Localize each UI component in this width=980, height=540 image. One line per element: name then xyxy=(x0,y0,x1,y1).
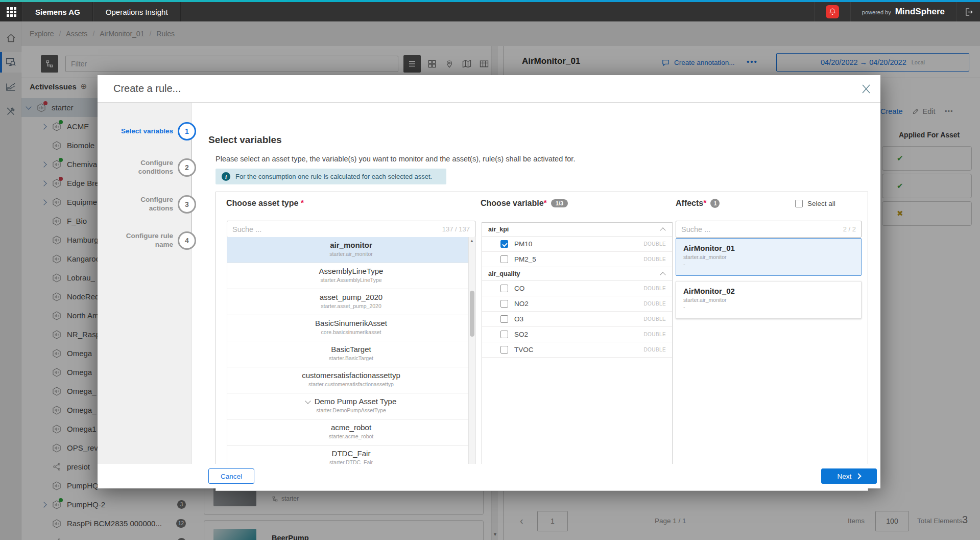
modal-footer: Cancel Next xyxy=(98,464,880,488)
modal-header: Create a rule... xyxy=(98,75,880,103)
variable-datatype: DOUBLE xyxy=(643,256,666,262)
variable-datatype: DOUBLE xyxy=(643,301,666,307)
asset-type-search: 137 / 137 xyxy=(227,221,475,238)
step-label[interactable]: Configure actions xyxy=(116,193,173,216)
affects-search-count: 2 / 2 xyxy=(843,225,856,233)
asset-type-scrollbar[interactable]: ▲ ▼ xyxy=(468,237,475,477)
step-number[interactable]: 3 xyxy=(178,195,196,214)
logout-icon[interactable] xyxy=(957,7,980,17)
asset-type-option[interactable]: asset_pump_2020 starter.asset_pump_2020 xyxy=(227,289,475,315)
info-icon: i xyxy=(222,172,230,181)
variable-datatype: DOUBLE xyxy=(643,316,666,322)
asset-type-option[interactable]: AssemblyLineType starter.AssemblyLineTyp… xyxy=(227,263,475,289)
create-rule-modal: Create a rule... Select variables 1 Conf… xyxy=(98,75,880,488)
collapse-chevron-icon[interactable] xyxy=(661,271,666,276)
next-button[interactable]: Next xyxy=(821,468,877,484)
top-bar: Siemens AG Operations Insight powered by… xyxy=(0,2,980,21)
affects-column-label: Affects* 1 xyxy=(676,199,720,208)
topbar-separator xyxy=(814,2,815,21)
affects-count-badge: 1 xyxy=(710,199,720,208)
variable-option[interactable]: PM2_5 DOUBLE xyxy=(482,252,672,267)
affected-asset-option[interactable]: AirMonitor_01 starter.air_monitor - xyxy=(676,238,862,276)
asset-type-id: core.basicsinumerikasset xyxy=(227,329,475,335)
variable-list: air_kpi PM10 DOUBLE PM2_5 DOUBLE air_qua… xyxy=(482,222,673,477)
screen: Explore / Assets / AirMonitor_01 / Rules… xyxy=(0,0,980,540)
step-description: Please select an asset type, the variabl… xyxy=(216,155,575,163)
brand-color-strip xyxy=(0,0,980,2)
powered-by-label: powered by xyxy=(862,9,891,15)
variable-option[interactable]: O3 DOUBLE xyxy=(482,312,672,327)
app-name-tab[interactable]: Operations Insight xyxy=(93,2,181,21)
affects-search-input[interactable] xyxy=(676,221,861,237)
step-number[interactable]: 4 xyxy=(178,231,196,250)
modal-body: Select variables Please select an asset … xyxy=(192,103,880,464)
variable-datatype: DOUBLE xyxy=(643,286,666,291)
notifications-button[interactable] xyxy=(826,5,839,18)
scroll-up-icon[interactable]: ▲ xyxy=(469,239,475,243)
asset-type-id: starter.BasicTarget xyxy=(227,355,475,361)
variable-option[interactable]: PM10 DOUBLE xyxy=(482,237,672,252)
variable-option[interactable]: CO DOUBLE xyxy=(482,281,672,296)
checkbox-icon[interactable] xyxy=(500,285,508,292)
variable-datatype: DOUBLE xyxy=(643,347,666,353)
close-icon[interactable] xyxy=(860,83,872,95)
variable-name: PM10 xyxy=(514,240,532,248)
select-all-checkbox[interactable]: Select all xyxy=(795,200,835,207)
step-label[interactable]: Configure conditions xyxy=(116,156,173,179)
affects-search: 2 / 2 xyxy=(676,221,862,238)
variable-option[interactable]: SO2 DOUBLE xyxy=(482,327,672,342)
step-number[interactable]: 1 xyxy=(178,122,196,140)
variable-name: SO2 xyxy=(514,331,528,338)
step-number[interactable]: 2 xyxy=(178,158,196,177)
step-heading: Select variables xyxy=(208,134,282,146)
asset-type-id: starter.acme_robot xyxy=(227,433,475,439)
variable-name: TVOC xyxy=(514,346,534,354)
asset-type-id: starter.air_monitor xyxy=(227,251,475,257)
asset-type-id: starter.customersatisfactionassettyp xyxy=(227,381,475,387)
step-label[interactable]: Select variables xyxy=(116,120,173,143)
cancel-button[interactable]: Cancel xyxy=(208,468,254,484)
asset-type-id: starter.AssemblyLineType xyxy=(227,277,475,283)
asset-type-option[interactable]: BasicTarget starter.BasicTarget xyxy=(227,341,475,367)
variable-group-header: air_kpi xyxy=(482,223,672,237)
asset-type-id: starter.DemoPumpAssetType xyxy=(227,407,475,413)
affected-asset-option[interactable]: AirMonitor_02 starter.air_monitor - xyxy=(676,281,862,319)
asset-type-option[interactable]: acme_robot starter.acme_robot xyxy=(227,419,475,445)
info-banner: i For the consumption one rule is calcul… xyxy=(216,169,446,184)
variable-option[interactable]: NO2 DOUBLE xyxy=(482,296,672,312)
affected-asset-extra: - xyxy=(683,261,854,267)
asset-type-option[interactable]: customersatisfactionassettyp starter.cus… xyxy=(227,367,475,393)
checkbox-icon[interactable] xyxy=(500,331,508,338)
asset-type-search-input[interactable] xyxy=(227,221,475,237)
bell-icon xyxy=(828,8,836,16)
asset-type-option[interactable]: air_monitor starter.air_monitor xyxy=(227,237,475,263)
tenant-tab[interactable]: Siemens AG xyxy=(22,2,93,21)
app-grid-icon xyxy=(7,7,16,17)
checkbox-icon[interactable] xyxy=(795,200,803,207)
asset-type-option[interactable]: BasicSinumerikAsset core.basicsinumerika… xyxy=(227,315,475,341)
variable-name: O3 xyxy=(514,315,523,323)
step-label[interactable]: Configure rule name xyxy=(116,229,173,252)
variable-name: CO xyxy=(514,285,524,292)
checkbox-icon[interactable] xyxy=(500,315,508,323)
checkbox-icon[interactable] xyxy=(500,300,508,308)
chevron-down-icon xyxy=(306,399,310,404)
variable-datatype: DOUBLE xyxy=(643,332,666,337)
variable-name: PM2_5 xyxy=(514,255,536,263)
checkbox-icon[interactable] xyxy=(500,255,508,263)
asset-type-id: starter.asset_pump_2020 xyxy=(227,303,475,309)
variable-datatype: DOUBLE xyxy=(643,241,666,247)
variable-group-header: air_quality xyxy=(482,267,672,281)
collapse-chevron-icon[interactable] xyxy=(661,227,666,232)
checkbox-icon[interactable] xyxy=(500,346,508,354)
asset-type-search-count: 137 / 137 xyxy=(442,225,470,233)
affected-asset-id: starter.air_monitor xyxy=(683,254,854,260)
checkbox-icon[interactable] xyxy=(500,240,508,248)
app-launcher-button[interactable] xyxy=(0,2,22,21)
mindsphere-brand: MindSphere xyxy=(895,7,945,17)
affected-asset-extra: - xyxy=(683,304,854,310)
variable-option[interactable]: TVOC DOUBLE xyxy=(482,342,672,358)
affected-asset-name: AirMonitor_01 xyxy=(683,244,854,252)
scrollbar-thumb[interactable] xyxy=(470,291,474,337)
asset-type-option[interactable]: Demo Pump Asset Type starter.DemoPumpAss… xyxy=(227,393,475,419)
